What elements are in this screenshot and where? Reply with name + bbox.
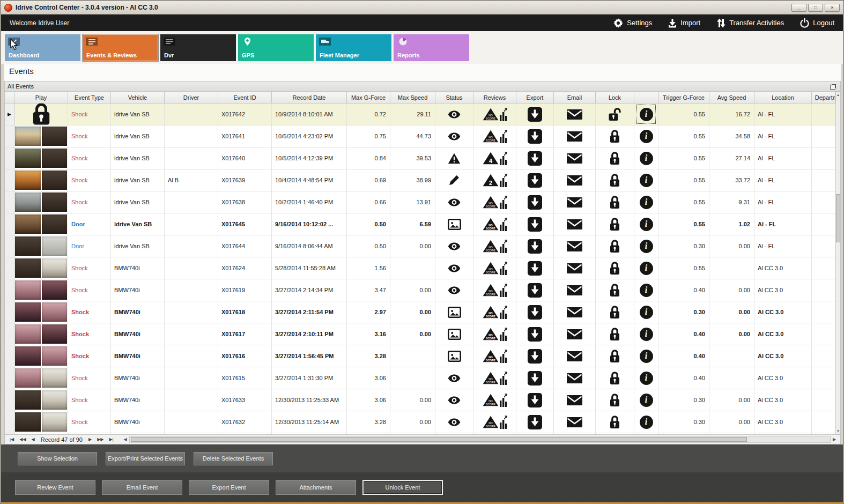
email-icon[interactable]	[554, 103, 596, 125]
export-event-button[interactable]: Export Event	[189, 480, 269, 495]
status-eye-icon[interactable]	[435, 191, 473, 213]
info-icon[interactable]: i	[634, 125, 658, 147]
last-record-button[interactable]: ▶|	[106, 437, 116, 442]
camera-thumbnail[interactable]	[15, 368, 41, 388]
unlock-event-button[interactable]: Unlock Event	[362, 480, 443, 495]
camera-thumbnail[interactable]	[42, 214, 68, 234]
reviews-score-icon[interactable]: 4	[473, 147, 516, 169]
play-thumbnail[interactable]	[14, 147, 68, 169]
scroll-up-icon[interactable]: ▲	[836, 92, 840, 98]
column-header-avg-speed[interactable]: Avg Speed	[709, 92, 754, 103]
email-icon[interactable]	[554, 411, 596, 433]
status-eye-icon[interactable]	[435, 125, 473, 147]
info-icon[interactable]: i	[634, 301, 658, 323]
camera-thumbnail[interactable]	[15, 149, 41, 168]
reviews-score-icon[interactable]: NOSCORE	[473, 323, 516, 345]
row-selector[interactable]	[5, 125, 14, 147]
column-header-play[interactable]: Play	[14, 92, 68, 103]
show-selection-button[interactable]: Show Selection	[18, 452, 97, 465]
email-icon[interactable]	[554, 279, 596, 301]
table-row[interactable]: ShockBMW740iX0176193/27/2014 2:14:34 PM3…	[5, 279, 835, 301]
lock-icon[interactable]	[596, 301, 634, 323]
row-selector[interactable]	[5, 301, 14, 323]
camera-thumbnail[interactable]	[15, 214, 41, 234]
info-icon[interactable]: i	[634, 389, 658, 411]
camera-thumbnail[interactable]	[15, 127, 41, 146]
email-icon[interactable]	[554, 257, 596, 279]
lock-icon[interactable]	[596, 235, 634, 257]
vertical-scrollbar[interactable]: ▲ ▼	[835, 92, 841, 434]
email-icon[interactable]	[554, 169, 596, 191]
email-icon[interactable]	[554, 191, 596, 213]
play-thumbnail[interactable]	[14, 191, 68, 213]
export-icon[interactable]	[516, 411, 554, 433]
play-thumbnail[interactable]	[14, 367, 68, 389]
vscrollbar-thumb[interactable]	[836, 194, 840, 242]
column-header-reviews[interactable]: Reviews	[473, 92, 516, 103]
export-icon[interactable]	[516, 169, 554, 191]
play-thumbnail[interactable]	[14, 323, 68, 345]
play-thumbnail[interactable]	[14, 257, 68, 279]
hscrollbar-track[interactable]	[129, 436, 831, 443]
table-row[interactable]: Shockidrive Van SBX01763810/2/2014 1:46:…	[5, 191, 835, 213]
email-icon[interactable]	[554, 367, 596, 389]
reviews-score-icon[interactable]: NOSCORE	[473, 125, 516, 147]
unlock-icon[interactable]	[596, 103, 634, 125]
tab-fleet-manager[interactable]: Fleet Manager	[316, 34, 391, 61]
info-icon[interactable]: i	[634, 103, 658, 125]
tab-events-reviews[interactable]: Events & Reviews	[83, 34, 158, 61]
camera-thumbnail[interactable]	[42, 236, 68, 256]
lock-icon[interactable]	[596, 323, 634, 345]
column-header[interactable]	[5, 92, 14, 103]
table-row[interactable]: ShockBMW740iX0176245/28/2014 11:55:28 AM…	[5, 257, 835, 279]
play-thumbnail[interactable]	[14, 213, 68, 235]
table-row[interactable]: ShockBMW740iX0176173/27/2014 2:10:11 PM3…	[5, 323, 835, 345]
camera-thumbnail[interactable]	[15, 390, 41, 410]
camera-thumbnail[interactable]	[42, 149, 68, 168]
export-icon[interactable]	[516, 235, 554, 257]
column-header-event-id[interactable]: Event ID	[218, 92, 272, 103]
table-row[interactable]: ShockBMW740iX01763212/30/2013 11:25:14 A…	[5, 411, 835, 433]
import-button[interactable]: Import	[668, 18, 700, 28]
camera-thumbnail[interactable]	[42, 258, 68, 278]
column-header-max-g-force[interactable]: Max G-Force	[347, 92, 390, 103]
camera-thumbnail[interactable]	[15, 302, 41, 322]
status-image-icon[interactable]	[435, 213, 473, 235]
status-eye-icon[interactable]	[435, 103, 473, 125]
lock-icon[interactable]	[596, 169, 634, 191]
tab-reports[interactable]: Reports	[394, 34, 469, 61]
export-icon[interactable]	[516, 323, 554, 345]
attachments-button[interactable]: Attachments	[276, 480, 356, 495]
info-icon[interactable]: i	[634, 279, 658, 301]
status-eye-icon[interactable]	[435, 367, 473, 389]
camera-thumbnail[interactable]	[42, 280, 68, 300]
locked-event-icon[interactable]	[14, 103, 68, 125]
camera-thumbnail[interactable]	[15, 280, 41, 300]
email-icon[interactable]	[554, 301, 596, 323]
reviews-score-icon[interactable]: NOSCORE	[473, 367, 516, 389]
info-icon[interactable]: i	[634, 367, 658, 389]
export-icon[interactable]	[516, 147, 554, 169]
export-icon[interactable]	[516, 345, 554, 367]
row-selector[interactable]	[5, 323, 14, 345]
row-selector[interactable]: ▶	[5, 103, 14, 125]
email-icon[interactable]	[554, 323, 596, 345]
info-icon[interactable]: i	[634, 345, 658, 367]
play-thumbnail[interactable]	[14, 125, 68, 147]
lock-icon[interactable]	[596, 125, 634, 147]
row-selector[interactable]	[5, 345, 14, 367]
lock-icon[interactable]	[596, 411, 634, 433]
reviews-score-icon[interactable]: NOSCORE	[473, 301, 516, 323]
review-event-button[interactable]: Review Event	[15, 480, 95, 495]
column-header-trigger-g-force[interactable]: Trigger G-Force	[658, 92, 709, 103]
reviews-score-icon[interactable]: NOSCORE	[473, 213, 516, 235]
email-icon[interactable]	[554, 235, 596, 257]
info-icon[interactable]: i	[634, 411, 658, 433]
row-selector[interactable]	[5, 169, 14, 191]
play-thumbnail[interactable]	[14, 345, 68, 367]
camera-thumbnail[interactable]	[15, 412, 41, 432]
play-thumbnail[interactable]	[14, 411, 68, 433]
export-icon[interactable]	[516, 279, 554, 301]
table-row[interactable]: Shockidrive Van SBX01764110/5/2014 4:23:…	[5, 125, 835, 147]
close-button[interactable]: ×	[825, 4, 840, 12]
